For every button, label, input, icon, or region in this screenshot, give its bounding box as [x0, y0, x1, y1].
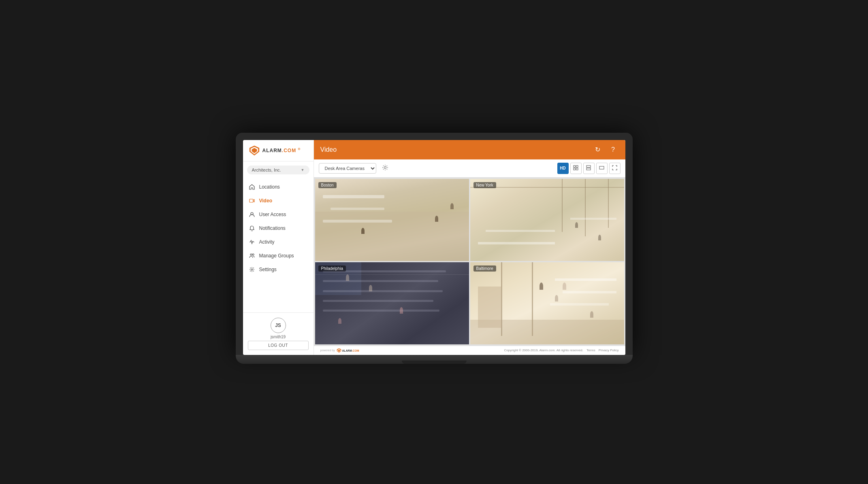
- avatar: JS: [271, 318, 286, 333]
- app-container: ALARM.COM ® Architects, Inc. ▼: [243, 140, 625, 355]
- help-button[interactable]: ?: [608, 144, 619, 155]
- single-icon: [599, 165, 604, 172]
- settings-icon: [382, 164, 388, 172]
- powered-by-label: powered by: [320, 349, 335, 352]
- hd-label: HD: [560, 166, 565, 170]
- camera-label-boston: Boston: [318, 182, 337, 188]
- nav-menu: Locations Video: [243, 178, 314, 312]
- logo-brand-text: ALARM.COM ®: [262, 147, 301, 153]
- svg-rect-3: [250, 199, 253, 202]
- fullscreen-icon: [612, 165, 617, 172]
- svg-rect-10: [576, 166, 578, 168]
- refresh-button[interactable]: ↻: [592, 144, 604, 155]
- laptop-base: [236, 355, 633, 364]
- privacy-link[interactable]: Privacy Policy: [599, 348, 619, 352]
- refresh-icon: ↻: [595, 146, 600, 153]
- svg-point-5: [250, 254, 252, 255]
- footer-links: Copyright © 2000-2019, Alarm.com. All ri…: [504, 348, 619, 352]
- camera-label-philadelphia: Philadelphia: [318, 265, 346, 272]
- svg-rect-11: [574, 168, 576, 170]
- camera-label-new-york: New York: [473, 182, 496, 188]
- sidebar: ALARM.COM ® Architects, Inc. ▼: [243, 140, 314, 355]
- svg-text:ALARM.COM: ALARM.COM: [342, 349, 359, 352]
- chevron-down-icon: ▼: [301, 168, 305, 172]
- sidebar-item-locations[interactable]: Locations: [243, 180, 314, 194]
- sidebar-item-label-manage-groups: Manage Groups: [259, 253, 294, 259]
- camera-feed-boston: [315, 179, 469, 261]
- sidebar-item-label-locations: Locations: [259, 184, 280, 190]
- groups-icon: [249, 253, 255, 259]
- activity-icon: [249, 239, 255, 245]
- camera-cell-new-york[interactable]: New York: [470, 179, 624, 261]
- help-icon: ?: [611, 146, 615, 153]
- header-actions: ↻ ?: [592, 144, 619, 155]
- bell-icon: [249, 225, 255, 231]
- sidebar-item-label-activity: Activity: [259, 239, 275, 245]
- grid4-view-button[interactable]: [570, 163, 582, 174]
- single-view-button[interactable]: [596, 163, 608, 174]
- svg-point-8: [384, 166, 386, 168]
- org-name: Architects, Inc.: [252, 168, 281, 172]
- screen-bezel: ALARM.COM ® Architects, Inc. ▼: [236, 133, 633, 355]
- sidebar-item-settings[interactable]: Settings: [243, 263, 314, 276]
- sidebar-item-manage-groups[interactable]: Manage Groups: [243, 249, 314, 263]
- app-screen: ALARM.COM ® Architects, Inc. ▼: [243, 140, 625, 355]
- sidebar-item-notifications[interactable]: Notifications: [243, 221, 314, 235]
- camera-feed-philadelphia: [315, 262, 469, 344]
- camera-group-select[interactable]: Desk Area Cameras All Cameras Lobby Came…: [319, 163, 376, 174]
- sidebar-item-label-user-access: User Access: [259, 212, 286, 217]
- svg-rect-12: [576, 168, 578, 170]
- video-toolbar: Desk Area Cameras All Cameras Lobby Came…: [314, 159, 625, 178]
- sidebar-item-label-video: Video: [259, 198, 272, 204]
- camera-settings-button[interactable]: [380, 163, 391, 174]
- svg-rect-13: [586, 166, 591, 168]
- footer-copyright: Copyright © 2000-2019, Alarm.com. All ri…: [504, 348, 583, 352]
- logout-button[interactable]: LOG OUT: [248, 341, 309, 350]
- user-icon: [249, 211, 255, 218]
- grid2-view-button[interactable]: [583, 163, 595, 174]
- sidebar-item-user-access[interactable]: User Access: [243, 208, 314, 221]
- logo: ALARM.COM ®: [249, 145, 308, 156]
- laptop-shell: ALARM.COM ® Architects, Inc. ▼: [211, 121, 657, 364]
- username-label: jsmith19: [271, 335, 286, 339]
- gear-icon: [249, 266, 255, 273]
- svg-rect-9: [574, 166, 576, 168]
- sidebar-item-label-settings: Settings: [259, 267, 277, 272]
- camera-feed-baltimore: [470, 262, 624, 344]
- terms-link[interactable]: Terms: [586, 348, 595, 352]
- hd-view-button[interactable]: HD: [557, 163, 569, 174]
- toolbar-right: HD: [557, 163, 621, 174]
- video-grid: Boston: [314, 178, 625, 346]
- grid2-icon: [586, 165, 591, 172]
- video-icon: [249, 197, 255, 204]
- alarmcom-logo-icon: [249, 145, 260, 156]
- camera-feed-new-york: [470, 179, 624, 261]
- camera-label-baltimore: Baltimore: [473, 265, 496, 272]
- sidebar-footer: JS jsmith19 LOG OUT: [243, 312, 314, 355]
- svg-point-6: [252, 254, 254, 255]
- fullscreen-button[interactable]: [609, 163, 621, 174]
- footer-logo: powered by ALARM.COM: [320, 348, 361, 353]
- camera-cell-boston[interactable]: Boston: [315, 179, 469, 261]
- svg-point-7: [251, 269, 253, 270]
- main-title: Video: [320, 146, 337, 153]
- svg-rect-14: [586, 168, 591, 170]
- sidebar-item-video[interactable]: Video: [243, 194, 314, 208]
- camera-cell-philadelphia[interactable]: Philadelphia: [315, 262, 469, 344]
- toolbar-left: Desk Area Cameras All Cameras Lobby Came…: [319, 163, 391, 174]
- main-header: Video ↻ ?: [314, 140, 625, 159]
- home-icon: [249, 184, 255, 190]
- avatar-initials: JS: [275, 323, 281, 328]
- camera-cell-baltimore[interactable]: Baltimore: [470, 262, 624, 344]
- main-content: Video ↻ ?: [314, 140, 625, 355]
- svg-rect-15: [599, 166, 604, 169]
- footer-brand-logo: ALARM.COM: [337, 348, 361, 353]
- main-footer: powered by ALARM.COM Copyright © 2000-20…: [314, 346, 625, 355]
- grid4-icon: [573, 165, 578, 172]
- logo-area: ALARM.COM ®: [243, 140, 314, 161]
- org-selector[interactable]: Architects, Inc. ▼: [247, 166, 309, 174]
- sidebar-item-activity[interactable]: Activity: [243, 235, 314, 249]
- sidebar-item-label-notifications: Notifications: [259, 225, 286, 231]
